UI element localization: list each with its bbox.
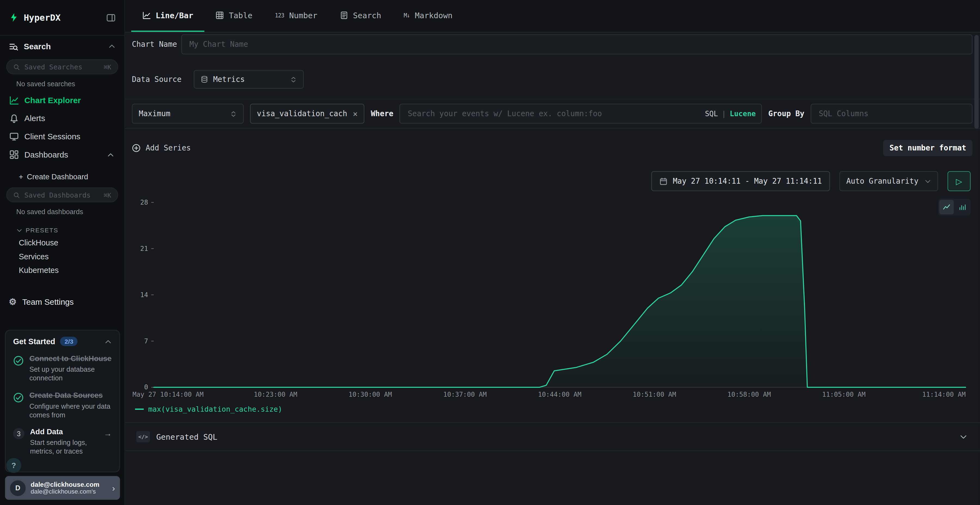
svg-text:21: 21 (140, 245, 148, 252)
toggle-separator: | (722, 110, 726, 118)
magnifier-icon (13, 64, 20, 70)
run-query-button[interactable]: ▷ (948, 171, 971, 191)
team-settings-label: Team Settings (22, 297, 74, 306)
presets-header[interactable]: PRESETS (0, 219, 124, 236)
svg-text:May 27 10:14:00 AM: May 27 10:14:00 AM (132, 391, 204, 399)
preset-item-kubernetes[interactable]: Kubernetes (0, 264, 124, 278)
chevron-up-icon[interactable] (106, 151, 116, 158)
granularity-value: Auto Granularity (846, 177, 918, 186)
code-icon: </> (136, 431, 150, 442)
search-list-icon (9, 41, 18, 51)
svg-text:10:58:00 AM: 10:58:00 AM (727, 391, 771, 399)
data-source-label: Data Source (132, 75, 194, 84)
granularity-select[interactable]: Auto Granularity (839, 171, 938, 191)
preset-item-services[interactable]: Services (0, 250, 124, 264)
sidebar-item-dashboards[interactable]: Dashboards (0, 146, 124, 164)
bell-icon (9, 114, 19, 123)
line-chart[interactable]: 07142128May 27 10:14:00 AM10:23:00 AM10:… (130, 197, 973, 405)
tab-search[interactable]: Search (329, 0, 393, 32)
saved-dashboards-placeholder: Saved Dashboards (24, 191, 91, 199)
group-by-input[interactable] (811, 104, 973, 124)
search-section-label: Search (24, 41, 51, 51)
where-input-wrap: SQL | Lucene (399, 104, 762, 124)
chevron-up-icon[interactable] (104, 338, 112, 345)
step-add-data[interactable]: 3 Add Data Start sending logs, metrics, … (6, 423, 119, 460)
svg-text:10:37:00 AM: 10:37:00 AM (443, 391, 487, 399)
chart-name-input[interactable] (181, 34, 973, 54)
user-org: dale@clickhouse.com's (30, 488, 99, 496)
date-range-picker[interactable]: May 27 10:14:11 - May 27 11:14:11 (651, 171, 830, 191)
brand-name: HyperDX (24, 13, 60, 22)
updown-caret-icon (230, 110, 237, 117)
document-icon (340, 11, 348, 19)
tab-number[interactable]: 123 Number (264, 0, 329, 32)
get-started-title: Get Started (13, 337, 55, 346)
monitor-icon (9, 132, 19, 141)
step-subtitle: Start sending logs, metrics, or traces (30, 438, 98, 456)
chart-type-tabbar: Line/Bar Table 123 Number Search M↓ Ma (125, 0, 980, 32)
tab-label: Number (289, 11, 317, 20)
svg-text:11:05:00 AM: 11:05:00 AM (822, 391, 865, 399)
scrollbar-thumb[interactable] (974, 35, 978, 129)
collapse-sidebar-icon[interactable] (106, 13, 115, 22)
plus-circle-icon (132, 144, 140, 152)
gear-icon: ⚙ (9, 297, 17, 307)
sidebar-item-chart-explorer[interactable]: Chart Explorer (0, 91, 124, 110)
shortcut-hint: ⌘K (104, 64, 111, 70)
bar-view-toggle[interactable] (955, 200, 969, 214)
get-started-header[interactable]: Get Started 2/3 (6, 335, 119, 350)
data-source-row: Data Source Metrics (132, 70, 972, 89)
tab-table[interactable]: Table (204, 0, 264, 32)
help-button[interactable]: ? (6, 458, 21, 473)
legend-item[interactable]: max(visa_validation_cache.size) (135, 405, 282, 414)
magnifier-icon (13, 192, 20, 199)
chevron-up-icon[interactable] (108, 43, 116, 50)
data-source-value: Metrics (213, 75, 245, 84)
set-number-format-button[interactable]: Set number format (883, 140, 973, 156)
database-icon (200, 76, 208, 83)
add-series-button[interactable]: Add Series (132, 144, 191, 152)
metric-chip[interactable]: visa_validation_cach × (250, 104, 364, 124)
sidebar-item-team-settings[interactable]: ⚙ Team Settings (0, 291, 124, 312)
saved-dashboards-input[interactable]: Saved Dashboards ⌘K (6, 187, 118, 202)
step-title: Create Data Sources (29, 391, 112, 400)
sidebar-item-client-sessions[interactable]: Client Sessions (0, 127, 124, 146)
presets-label: PRESETS (25, 227, 58, 233)
calendar-icon (659, 177, 667, 185)
chart-name-row: Chart Name (132, 34, 972, 54)
svg-text:0: 0 (144, 383, 148, 391)
chart-display-toggle (938, 199, 970, 216)
create-dashboard-button[interactable]: + Create Dashboard (0, 169, 124, 185)
step-subtitle: Configure where your data comes from (29, 401, 112, 419)
lucene-toggle[interactable]: Lucene (730, 110, 756, 118)
user-menu[interactable]: D dale@clickhouse.com dale@clickhouse.co… (5, 476, 120, 500)
number-123-icon: 123 (275, 12, 284, 19)
metric-chip-label: visa_validation_cach (257, 110, 347, 118)
remove-metric-icon[interactable]: × (353, 109, 358, 118)
table-icon (216, 11, 224, 19)
series-actions-row: Add Series Set number format (132, 139, 972, 157)
brand-row: HyperDX (0, 0, 124, 35)
line-view-toggle[interactable] (939, 200, 954, 214)
query-language-toggle: SQL | Lucene (705, 104, 756, 124)
data-source-select[interactable]: Metrics (194, 70, 304, 89)
saved-searches-input[interactable]: Saved Searches ⌘K (6, 59, 118, 74)
generated-sql-section[interactable]: </> Generated SQL (125, 422, 980, 451)
progress-badge: 2/3 (60, 337, 78, 346)
tab-line-bar[interactable]: Line/Bar (131, 0, 204, 32)
sql-toggle[interactable]: SQL (705, 110, 718, 118)
chevron-down-icon (924, 178, 931, 184)
no-saved-dashboards-text: No saved dashboards (0, 202, 124, 219)
sidebar-item-alerts[interactable]: Alerts (0, 110, 124, 128)
svg-text:10:30:00 AM: 10:30:00 AM (348, 391, 392, 399)
user-email: dale@clickhouse.com (30, 480, 99, 488)
search-section-header[interactable]: Search (0, 36, 124, 57)
time-controls-row: May 27 10:14:11 - May 27 11:14:11 Auto G… (132, 171, 970, 191)
tab-markdown[interactable]: M↓ Markdown (393, 0, 464, 32)
preset-item-clickhouse[interactable]: ClickHouse (0, 236, 124, 250)
main-content: Line/Bar Table 123 Number Search M↓ Ma (125, 0, 980, 505)
app-window: HyperDX Search Saved Searches ⌘K No save… (0, 0, 980, 505)
aggregation-select[interactable]: Maximum (132, 104, 243, 124)
step-connect-clickhouse[interactable]: Connect to ClickHouse Set up your databa… (6, 350, 119, 387)
step-create-data-sources[interactable]: Create Data Sources Configure where your… (6, 386, 119, 423)
